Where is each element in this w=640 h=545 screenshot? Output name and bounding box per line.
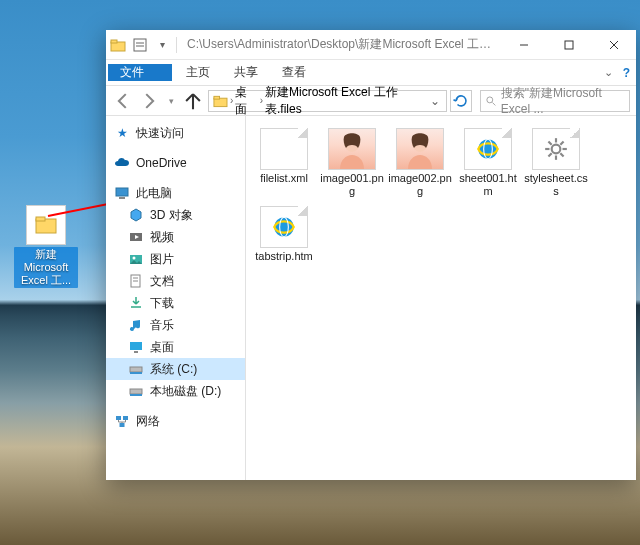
xml-file-icon <box>260 128 308 170</box>
navigation-pane: ★ 快速访问 OneDrive 此电脑 3D 对象 视频 图片 文档 下载 音乐… <box>106 116 246 480</box>
desktop-icon <box>128 339 144 355</box>
svg-point-14 <box>487 96 493 102</box>
tree-videos[interactable]: 视频 <box>106 226 245 248</box>
quick-access-icon: ★ <box>114 125 130 141</box>
tree-desktop[interactable]: 桌面 <box>106 336 245 358</box>
tab-view[interactable]: 查看 <box>270 60 318 85</box>
svg-rect-27 <box>130 372 142 374</box>
tree-c-drive[interactable]: 系统 (C:) <box>106 358 245 380</box>
tree-3d-objects[interactable]: 3D 对象 <box>106 204 245 226</box>
breadcrumb-segment[interactable]: 新建Microsoft Excel 工作表.files <box>265 84 423 118</box>
3d-icon <box>128 207 144 223</box>
up-button[interactable] <box>182 90 204 112</box>
svg-rect-9 <box>565 41 573 49</box>
file-item[interactable]: image001.png <box>320 128 384 198</box>
address-dropdown-icon[interactable]: ⌄ <box>427 94 442 108</box>
svg-point-46 <box>274 217 294 237</box>
file-item[interactable]: filelist.xml <box>252 128 316 198</box>
tree-music[interactable]: 音乐 <box>106 314 245 336</box>
desktop-folder-label: 新建Microsoft Excel 工... <box>14 247 78 288</box>
quick-access-toolbar: ▾ <box>106 37 181 53</box>
ribbon-expand-icon[interactable]: ⌄ <box>604 66 613 79</box>
svg-rect-4 <box>111 40 117 43</box>
drive-icon <box>128 361 144 377</box>
maximize-button[interactable] <box>546 30 591 60</box>
tab-file[interactable]: 文件 <box>108 64 172 81</box>
htm-file-icon <box>464 128 512 170</box>
downloads-icon <box>128 295 144 311</box>
svg-rect-28 <box>130 389 142 394</box>
nav-bar: ▾ › 桌面 › 新建Microsoft Excel 工作表.files ⌄ 搜… <box>106 86 636 116</box>
svg-rect-5 <box>134 39 146 51</box>
help-icon[interactable]: ? <box>623 66 630 80</box>
tree-onedrive[interactable]: OneDrive <box>106 152 245 174</box>
videos-icon <box>128 229 144 245</box>
onedrive-icon <box>114 155 130 171</box>
tree-d-drive[interactable]: 本地磁盘 (D:) <box>106 380 245 402</box>
documents-icon <box>128 273 144 289</box>
tree-downloads[interactable]: 下载 <box>106 292 245 314</box>
window-title: C:\Users\Administrator\Desktop\新建Microso… <box>181 36 501 53</box>
svg-rect-13 <box>214 96 220 99</box>
svg-rect-16 <box>116 188 128 196</box>
svg-line-15 <box>492 102 495 105</box>
breadcrumb-segment[interactable]: 桌面 <box>235 84 257 118</box>
svg-point-35 <box>478 139 498 159</box>
folder-icon <box>213 93 228 109</box>
search-icon <box>485 94 497 108</box>
svg-rect-1 <box>36 217 45 221</box>
svg-rect-29 <box>130 394 142 396</box>
address-bar[interactable]: › 桌面 › 新建Microsoft Excel 工作表.files ⌄ <box>208 90 447 112</box>
props-icon[interactable] <box>132 37 148 53</box>
desktop-folder-icon[interactable]: 新建Microsoft Excel 工... <box>14 205 78 288</box>
svg-rect-32 <box>120 423 125 427</box>
title-bar: ▾ C:\Users\Administrator\Desktop\新建Micro… <box>106 30 636 60</box>
ribbon-tabs: 文件 主页 共享 查看 ⌄ ? <box>106 60 636 86</box>
close-button[interactable] <box>591 30 636 60</box>
svg-line-44 <box>548 153 551 156</box>
pc-icon <box>114 185 130 201</box>
search-box[interactable]: 搜索"新建Microsoft Excel ... <box>480 90 630 112</box>
recent-dropdown-icon[interactable]: ▾ <box>164 90 178 112</box>
tab-home[interactable]: 主页 <box>174 60 222 85</box>
svg-rect-17 <box>119 197 125 199</box>
search-placeholder: 搜索"新建Microsoft Excel ... <box>501 85 625 116</box>
svg-rect-31 <box>123 416 128 420</box>
minimize-button[interactable] <box>501 30 546 60</box>
svg-rect-24 <box>130 342 142 350</box>
image-thumb <box>328 128 376 170</box>
svg-line-45 <box>560 141 563 144</box>
tree-quick-access[interactable]: ★ 快速访问 <box>106 122 245 144</box>
svg-rect-30 <box>116 416 121 420</box>
svg-rect-26 <box>130 367 142 372</box>
tab-share[interactable]: 共享 <box>222 60 270 85</box>
tree-documents[interactable]: 文档 <box>106 270 245 292</box>
file-item[interactable]: sheet001.htm <box>456 128 520 198</box>
htm-file-icon <box>260 206 308 248</box>
network-icon <box>114 413 130 429</box>
file-item[interactable]: image002.png <box>388 128 452 198</box>
file-item[interactable]: tabstrip.htm <box>252 206 316 263</box>
css-file-icon <box>532 128 580 170</box>
pictures-icon <box>128 251 144 267</box>
folder-thumb <box>26 205 66 245</box>
forward-button[interactable] <box>138 90 160 112</box>
back-button[interactable] <box>112 90 134 112</box>
image-thumb <box>396 128 444 170</box>
folder-icon <box>110 37 126 53</box>
refresh-button[interactable] <box>450 90 472 112</box>
music-icon <box>128 317 144 333</box>
chevron-right-icon[interactable]: › <box>260 95 263 106</box>
chevron-right-icon[interactable]: › <box>230 95 233 106</box>
svg-point-20 <box>133 257 136 260</box>
tree-network[interactable]: 网络 <box>106 410 245 432</box>
file-pane[interactable]: filelist.xml image001.png image002.png <box>246 116 636 480</box>
tree-this-pc[interactable]: 此电脑 <box>106 182 245 204</box>
tree-pictures[interactable]: 图片 <box>106 248 245 270</box>
svg-point-37 <box>552 145 561 154</box>
qat-dropdown-icon[interactable]: ▾ <box>154 37 170 53</box>
explorer-window: ▾ C:\Users\Administrator\Desktop\新建Micro… <box>106 30 636 480</box>
svg-line-43 <box>560 153 563 156</box>
file-item[interactable]: stylesheet.css <box>524 128 588 198</box>
svg-rect-25 <box>134 351 138 353</box>
